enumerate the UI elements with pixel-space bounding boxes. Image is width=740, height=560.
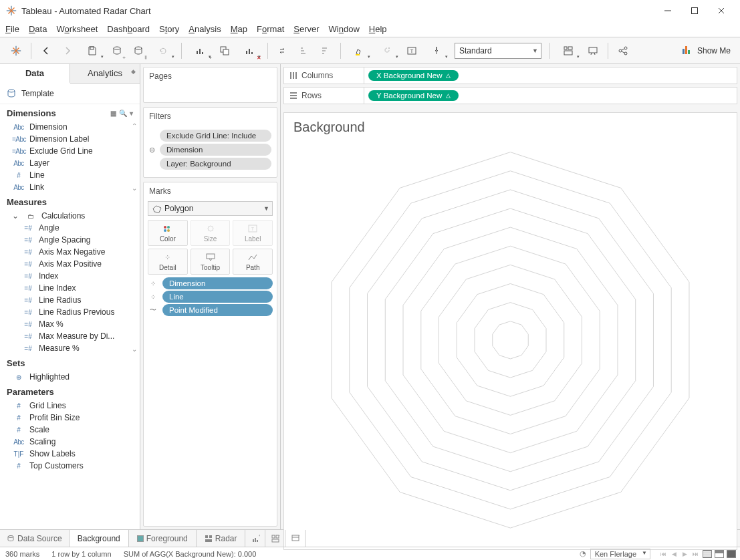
menu-window[interactable]: Window bbox=[329, 24, 360, 34]
measure-field[interactable]: =#Line Radius Previous bbox=[0, 306, 140, 318]
tab-analytics[interactable]: Analytics ◆ bbox=[70, 64, 140, 83]
new-datasource-button[interactable]: + bbox=[108, 41, 126, 60]
menu-help[interactable]: Help bbox=[369, 24, 387, 34]
measure-field[interactable]: =#Index bbox=[0, 270, 140, 282]
search-icon[interactable]: 🔍 bbox=[119, 110, 127, 117]
measure-field[interactable]: =#Line Index bbox=[0, 282, 140, 294]
folder-calculations[interactable]: ⌄ 🗀 Calculations bbox=[0, 210, 140, 222]
mark-color-button[interactable]: Color bbox=[148, 220, 188, 246]
view-as-icon[interactable]: ▦ bbox=[110, 110, 116, 117]
save-button[interactable]: ▾ bbox=[80, 41, 105, 60]
show-sorter-button[interactable] bbox=[727, 550, 736, 558]
pin-button[interactable]: ▾ bbox=[424, 41, 449, 60]
scroll-down-icon[interactable]: ⌄ bbox=[132, 345, 137, 353]
share-button[interactable] bbox=[614, 41, 632, 60]
menu-map[interactable]: Map bbox=[231, 24, 247, 34]
mark-type-selector[interactable]: Polygon▼ bbox=[148, 201, 273, 216]
highlight-button[interactable]: ▾ bbox=[346, 41, 372, 60]
menu-format[interactable]: Format bbox=[257, 24, 284, 34]
columns-pill[interactable]: X Background New△ bbox=[368, 70, 459, 81]
dimension-field[interactable]: AbcDimension bbox=[0, 121, 140, 133]
rows-pill[interactable]: Y Background New△ bbox=[368, 90, 459, 101]
menu-server[interactable]: Server bbox=[293, 24, 319, 34]
back-button[interactable] bbox=[37, 41, 55, 60]
mark-detail-button[interactable]: ⁘Detail bbox=[148, 249, 188, 275]
dimension-field[interactable]: AbcLayer bbox=[0, 157, 140, 169]
filter-pill[interactable]: Dimension bbox=[160, 144, 271, 156]
new-worksheet-button[interactable]: +▾ bbox=[187, 41, 213, 60]
tab-data[interactable]: Data bbox=[0, 64, 70, 84]
measure-field[interactable]: =#Angle bbox=[0, 222, 140, 234]
dimension-field[interactable]: =AbcDimension Label bbox=[0, 133, 140, 145]
scroll-down-icon[interactable]: ⌄ bbox=[132, 184, 137, 192]
mark-label-button[interactable]: TLabel bbox=[233, 220, 273, 246]
dimension-field[interactable]: #Line bbox=[0, 169, 140, 181]
filters-card[interactable]: Filters Exclude Grid Line: IncludeDimens… bbox=[143, 107, 277, 178]
menu-worksheet[interactable]: Worksheet bbox=[56, 24, 98, 34]
mark-path-button[interactable]: Path bbox=[233, 249, 273, 275]
user-menu[interactable]: Ken Flerlage▼ bbox=[590, 549, 650, 559]
sort-asc-button[interactable] bbox=[295, 41, 314, 60]
measure-field[interactable]: =#Axis Max Negative bbox=[0, 246, 140, 258]
show-filmstrip-button[interactable] bbox=[715, 550, 724, 558]
measure-field[interactable]: =#Max % bbox=[0, 318, 140, 330]
dimension-field[interactable]: AbcLink bbox=[0, 181, 140, 193]
menu-story[interactable]: Story bbox=[159, 24, 179, 34]
viz-title[interactable]: Background bbox=[293, 120, 727, 135]
presentation-button[interactable] bbox=[584, 41, 602, 60]
sort-desc-button[interactable] bbox=[316, 41, 335, 60]
sheet-tab[interactable]: Foreground bbox=[129, 530, 197, 547]
forward-button[interactable] bbox=[58, 41, 77, 60]
parameter-field[interactable]: #Profit Bin Size bbox=[0, 412, 140, 424]
columns-shelf[interactable]: Columns X Background New△ bbox=[283, 67, 737, 84]
tableau-icon[interactable] bbox=[7, 41, 25, 60]
mark-pill-row[interactable]: ⁘Dimension bbox=[148, 277, 273, 289]
mark-size-button[interactable]: Size bbox=[191, 220, 231, 246]
menu-file[interactable]: File bbox=[5, 24, 19, 34]
rows-shelf[interactable]: Rows Y Background New△ bbox=[283, 87, 737, 104]
nav-last[interactable]: ⏭ bbox=[691, 551, 700, 557]
nav-prev[interactable]: ◀ bbox=[669, 551, 679, 557]
minimize-button[interactable] bbox=[654, 1, 681, 20]
close-button[interactable] bbox=[708, 1, 735, 20]
tab-data-source[interactable]: Data Source bbox=[0, 530, 70, 547]
show-me-button[interactable]: Show Me bbox=[679, 46, 735, 55]
sheet-tab[interactable]: Radar bbox=[197, 530, 246, 547]
parameter-field[interactable]: AbcScaling bbox=[0, 436, 140, 448]
group-button[interactable]: ▾ bbox=[374, 41, 400, 60]
parameter-field[interactable]: #Grid Lines bbox=[0, 400, 140, 412]
mark-tooltip-button[interactable]: Tooltip bbox=[191, 249, 231, 275]
new-worksheet-tab-button[interactable]: + bbox=[245, 530, 265, 547]
clear-button[interactable]: ✕▾ bbox=[237, 41, 262, 60]
menu-analysis[interactable]: Analysis bbox=[189, 24, 221, 34]
maximize-button[interactable] bbox=[681, 1, 708, 20]
pages-card[interactable]: Pages bbox=[143, 67, 277, 103]
mark-pill-row[interactable]: ⁘Line bbox=[148, 291, 273, 303]
parameter-field[interactable]: #Top Customers bbox=[0, 460, 140, 472]
mark-pill-row[interactable]: 〜Point Modified bbox=[148, 304, 273, 316]
filter-pill[interactable]: Layer: Background bbox=[160, 158, 271, 170]
show-tabs-button[interactable] bbox=[703, 550, 712, 558]
datasource-row[interactable]: Template bbox=[0, 84, 140, 104]
measure-field[interactable]: =#Max Measure by Di... bbox=[0, 330, 140, 342]
duplicate-button[interactable] bbox=[215, 41, 234, 60]
dimension-field[interactable]: =AbcExclude Grid Line bbox=[0, 145, 140, 157]
measure-field[interactable]: =#Axis Max Positive bbox=[0, 258, 140, 270]
sheet-tab[interactable]: Background bbox=[70, 530, 129, 547]
new-dashboard-tab-button[interactable]: + bbox=[265, 530, 285, 547]
pause-updates-button[interactable]: ॥ bbox=[129, 41, 148, 60]
new-story-tab-button[interactable]: + bbox=[285, 530, 305, 547]
swap-button[interactable] bbox=[273, 41, 292, 60]
measure-field[interactable]: =#Line Radius bbox=[0, 294, 140, 306]
refresh-button[interactable]: ▾ bbox=[150, 41, 176, 60]
filter-pill[interactable]: Exclude Grid Line: Include bbox=[160, 130, 271, 142]
measure-field[interactable]: =#Angle Spacing bbox=[0, 234, 140, 246]
menu-icon[interactable]: ▾ bbox=[130, 110, 133, 117]
nav-first[interactable]: ⏮ bbox=[658, 551, 668, 557]
menu-data[interactable]: Data bbox=[29, 24, 47, 34]
show-cards-button[interactable]: ▾ bbox=[556, 41, 581, 60]
fit-selector[interactable]: Standard▼ bbox=[455, 43, 541, 59]
menu-dashboard[interactable]: Dashboard bbox=[107, 24, 150, 34]
parameter-field[interactable]: T|FShow Labels bbox=[0, 448, 140, 460]
measure-field[interactable]: =#Measure % bbox=[0, 342, 140, 354]
